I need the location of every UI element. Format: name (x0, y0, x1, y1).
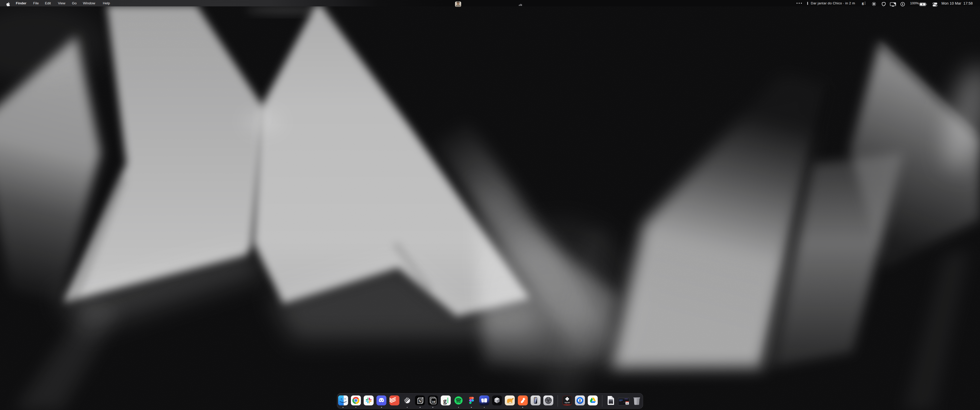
svg-text:g: g (443, 397, 447, 405)
svg-text:raycast: raycast (565, 402, 570, 404)
svg-text:10: 10 (432, 400, 435, 404)
svg-text:N: N (418, 399, 422, 404)
svg-text:11: 11 (626, 402, 628, 405)
